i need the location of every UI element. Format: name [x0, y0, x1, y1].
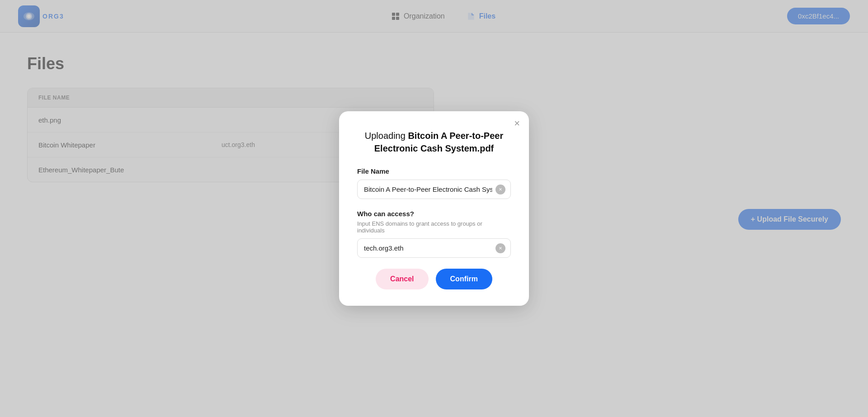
file-name-clear-button[interactable]: ×	[495, 185, 505, 194]
modal-actions: Cancel Confirm	[357, 269, 511, 289]
access-clear-button[interactable]: ×	[495, 243, 505, 253]
modal-title-prefix: Uploading	[365, 131, 408, 141]
access-hint: Input ENS domains to grant access to gro…	[357, 220, 511, 234]
modal-close-button[interactable]: ×	[514, 118, 520, 128]
file-name-input[interactable]	[357, 180, 511, 199]
file-name-input-wrap: ×	[357, 180, 511, 199]
access-input-wrap: ×	[357, 238, 511, 258]
file-name-label: File Name	[357, 167, 511, 175]
confirm-button[interactable]: Confirm	[436, 269, 492, 289]
cancel-button[interactable]: Cancel	[376, 269, 428, 289]
modal-overlay: × Uploading Bitcoin A Peer-to-Peer Elect…	[0, 0, 868, 417]
access-input[interactable]	[357, 238, 511, 258]
access-label: Who can access?	[357, 210, 511, 218]
upload-modal: × Uploading Bitcoin A Peer-to-Peer Elect…	[339, 111, 529, 306]
modal-title: Uploading Bitcoin A Peer-to-Peer Electro…	[357, 129, 511, 155]
